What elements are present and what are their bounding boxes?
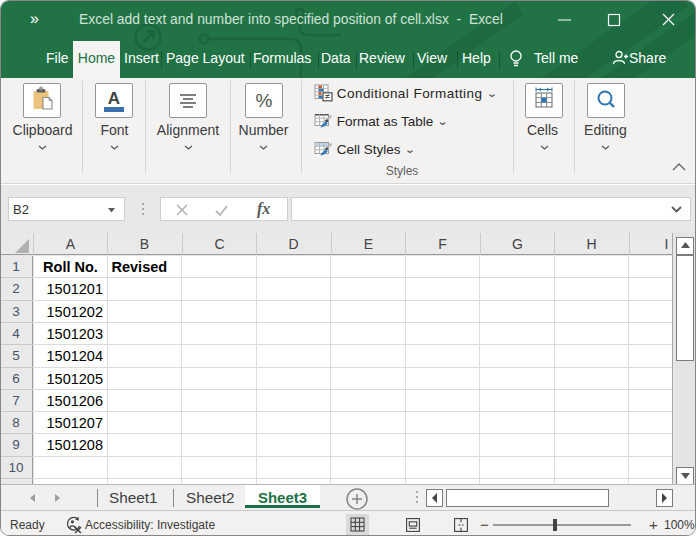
svg-text:%: % <box>256 90 273 111</box>
svg-text:≠: ≠ <box>325 91 330 101</box>
svg-text:A: A <box>108 89 120 108</box>
